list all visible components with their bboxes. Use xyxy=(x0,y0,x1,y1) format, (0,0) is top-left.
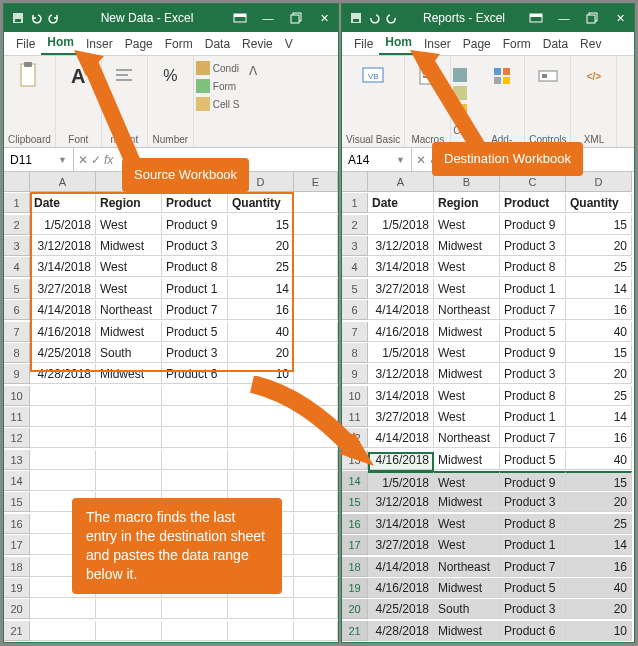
select-all-corner[interactable] xyxy=(4,172,30,192)
minimize-icon[interactable]: — xyxy=(254,4,282,32)
cell[interactable]: 20 xyxy=(228,343,294,363)
cell[interactable]: Product 1 xyxy=(162,279,228,299)
cell[interactable]: Region xyxy=(434,193,500,213)
ribbon-tab-form[interactable]: Form xyxy=(159,33,199,55)
cell[interactable]: Product 8 xyxy=(500,386,566,406)
cell[interactable]: Date xyxy=(368,193,434,213)
row-header[interactable]: 15 xyxy=(4,492,30,512)
row-header[interactable]: 3 xyxy=(342,236,368,256)
row-header[interactable]: 16 xyxy=(342,514,368,534)
row-header[interactable]: 20 xyxy=(4,599,30,619)
ribbon-group-font[interactable]: A Font xyxy=(56,56,102,147)
row-header[interactable]: 12 xyxy=(342,428,368,448)
cell[interactable]: 3/14/2018 xyxy=(368,386,434,406)
cell[interactable] xyxy=(294,428,338,448)
cell[interactable]: Quantity xyxy=(566,193,632,213)
ribbon-tab-inser[interactable]: Inser xyxy=(418,33,457,55)
redo-icon[interactable] xyxy=(48,12,60,24)
cell[interactable]: 4/14/2018 xyxy=(368,428,434,448)
cell[interactable]: 4/16/2018 xyxy=(30,322,96,342)
cell[interactable] xyxy=(30,621,96,641)
cell[interactable]: 10 xyxy=(566,621,632,641)
row-header[interactable]: 10 xyxy=(342,386,368,406)
ribbon-tab-file[interactable]: File xyxy=(348,33,379,55)
cell[interactable]: Product 7 xyxy=(500,300,566,320)
cell[interactable]: 3/12/2018 xyxy=(368,364,434,384)
cell[interactable]: Region xyxy=(96,193,162,213)
cell[interactable]: 4/16/2018 xyxy=(368,450,434,470)
cell[interactable]: West xyxy=(434,215,500,235)
cell[interactable]: 4/25/2018 xyxy=(368,599,434,619)
ribbon-group-number[interactable]: % Number xyxy=(148,56,194,147)
close-icon[interactable]: ✕ xyxy=(606,4,634,32)
cell[interactable]: 3/27/2018 xyxy=(368,407,434,427)
conditional-formatting-item[interactable]: Condi xyxy=(196,60,240,76)
cell[interactable]: Northeast xyxy=(434,428,500,448)
cell[interactable] xyxy=(162,386,228,406)
cell[interactable]: West xyxy=(434,471,500,491)
restore-icon[interactable] xyxy=(578,4,606,32)
cell[interactable]: Midwest xyxy=(434,492,500,512)
cell[interactable]: 3/12/2018 xyxy=(368,236,434,256)
cell[interactable]: 20 xyxy=(566,599,632,619)
ribbon-tab-hom[interactable]: Hom xyxy=(379,32,418,55)
cell[interactable] xyxy=(294,257,338,277)
cell[interactable]: 14 xyxy=(566,279,632,299)
cell[interactable]: Date xyxy=(30,193,96,213)
cell[interactable]: Product 3 xyxy=(500,492,566,512)
cell[interactable] xyxy=(228,599,294,619)
cell[interactable] xyxy=(294,621,338,641)
cell[interactable]: West xyxy=(434,279,500,299)
cell[interactable]: 16 xyxy=(566,300,632,320)
row-header[interactable]: 14 xyxy=(4,471,30,491)
cell[interactable] xyxy=(96,599,162,619)
cell[interactable]: Product xyxy=(500,193,566,213)
cell[interactable]: Midwest xyxy=(434,322,500,342)
cell[interactable]: 10 xyxy=(228,364,294,384)
cell[interactable] xyxy=(294,557,338,577)
cell[interactable] xyxy=(294,407,338,427)
cell[interactable]: Product 6 xyxy=(162,364,228,384)
ribbon-tab-file[interactable]: File xyxy=(10,33,41,55)
relative-ref-item[interactable] xyxy=(453,85,477,101)
cell[interactable]: 3/14/2018 xyxy=(30,257,96,277)
cell[interactable]: 4/14/2018 xyxy=(368,300,434,320)
ribbon-group-addins[interactable]: Add- xyxy=(479,56,525,147)
cell[interactable] xyxy=(30,599,96,619)
name-box[interactable]: A14▼ xyxy=(342,148,412,171)
row-header[interactable]: 8 xyxy=(4,343,30,363)
cell[interactable] xyxy=(30,450,96,470)
cell[interactable]: Product 3 xyxy=(500,599,566,619)
column-header[interactable]: E xyxy=(294,172,338,192)
cell[interactable]: 1/5/2018 xyxy=(368,343,434,363)
cell[interactable] xyxy=(30,407,96,427)
cell[interactable] xyxy=(30,471,96,491)
cell[interactable]: 4/28/2018 xyxy=(368,621,434,641)
cell[interactable]: 14 xyxy=(228,279,294,299)
cell[interactable] xyxy=(96,450,162,470)
cell[interactable] xyxy=(96,621,162,641)
cell[interactable]: West xyxy=(96,257,162,277)
restore-icon[interactable] xyxy=(282,4,310,32)
cell[interactable]: 15 xyxy=(566,343,632,363)
cell[interactable] xyxy=(162,450,228,470)
cell[interactable]: 25 xyxy=(566,257,632,277)
cell[interactable] xyxy=(228,621,294,641)
cell[interactable]: West xyxy=(434,535,500,555)
ribbon-opts-icon[interactable] xyxy=(522,4,550,32)
cell[interactable] xyxy=(228,407,294,427)
column-header[interactable]: A xyxy=(30,172,96,192)
cell[interactable]: Product 1 xyxy=(500,407,566,427)
row-header[interactable]: 18 xyxy=(4,557,30,577)
cell[interactable]: 4/28/2018 xyxy=(30,364,96,384)
spreadsheet-grid[interactable]: ABCD1DateRegionProductQuantity21/5/2018W… xyxy=(342,172,632,642)
cell[interactable]: West xyxy=(434,386,500,406)
fx-icon[interactable]: fx xyxy=(104,153,113,167)
ribbon-tab-inser[interactable]: Inser xyxy=(80,33,119,55)
row-header[interactable]: 13 xyxy=(4,450,30,470)
cell[interactable] xyxy=(294,471,338,491)
cell[interactable]: Northeast xyxy=(434,300,500,320)
undo-icon[interactable] xyxy=(368,12,380,24)
cell-styles-item[interactable]: Cell S xyxy=(196,96,240,112)
cell[interactable]: 4/14/2018 xyxy=(30,300,96,320)
